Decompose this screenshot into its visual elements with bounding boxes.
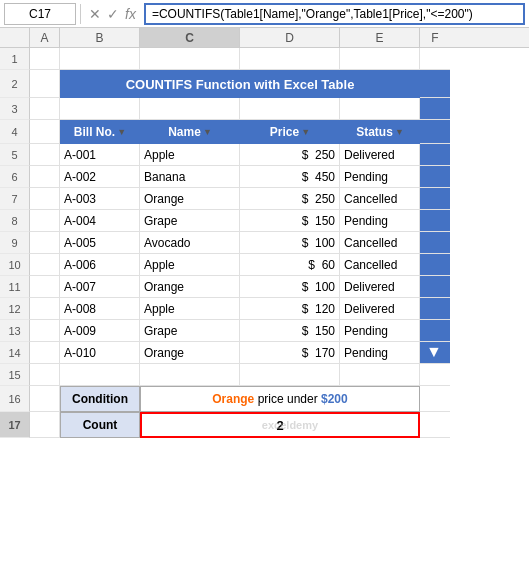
status-dropdown-arrow[interactable]: ▼ <box>395 127 404 137</box>
cell-a3[interactable] <box>30 98 60 120</box>
cell-c6[interactable]: Banana <box>140 166 240 188</box>
cell-e3[interactable] <box>340 98 420 120</box>
cell-a16[interactable] <box>30 386 60 412</box>
col-header-a[interactable]: A <box>30 28 60 47</box>
cell-a11[interactable] <box>30 276 60 298</box>
cell-b13[interactable]: A-009 <box>60 320 140 342</box>
cell-d9[interactable]: $ 100 <box>240 232 340 254</box>
cell-e1[interactable] <box>340 48 420 70</box>
cell-e15[interactable] <box>340 364 420 386</box>
header-status[interactable]: Status ▼ <box>340 120 420 144</box>
cell-c9[interactable]: Avocado <box>140 232 240 254</box>
price-dropdown-arrow[interactable]: ▼ <box>301 127 310 137</box>
cell-c10[interactable]: Apple <box>140 254 240 276</box>
cell-e10[interactable]: Cancelled <box>340 254 420 276</box>
cell-d14[interactable]: $ 170 <box>240 342 340 364</box>
row-num-8: 8 <box>0 210 30 232</box>
count-value-cell[interactable]: 2 exceldemy <box>140 412 420 438</box>
row-num-9: 9 <box>0 232 30 254</box>
cell-d3[interactable] <box>240 98 340 120</box>
cell-a9[interactable] <box>30 232 60 254</box>
row-2: 2 COUNTIFS Function with Excel Table <box>0 70 529 98</box>
cell-a13[interactable] <box>30 320 60 342</box>
cell-d13[interactable]: $ 150 <box>240 320 340 342</box>
cell-a6[interactable] <box>30 166 60 188</box>
cell-b6[interactable]: A-002 <box>60 166 140 188</box>
cell-d6[interactable]: $ 450 <box>240 166 340 188</box>
cell-c7[interactable]: Orange <box>140 188 240 210</box>
header-bill-label: Bill No. <box>74 125 115 139</box>
cell-e8[interactable]: Pending <box>340 210 420 232</box>
cell-b9[interactable]: A-005 <box>60 232 140 254</box>
cell-c13[interactable]: Grape <box>140 320 240 342</box>
formula-input[interactable]: =COUNTIFS(Table1[Name],"Orange",Table1[P… <box>144 3 525 25</box>
cell-b15[interactable] <box>60 364 140 386</box>
col-header-e[interactable]: E <box>340 28 420 47</box>
cell-f14: ▼ <box>420 342 450 364</box>
cell-c14[interactable]: Orange <box>140 342 240 364</box>
cell-b5[interactable]: A-001 <box>60 144 140 166</box>
cell-b8[interactable]: A-004 <box>60 210 140 232</box>
header-bill[interactable]: Bill No. ▼ <box>60 120 140 144</box>
insert-function-icon[interactable]: fx <box>125 6 136 22</box>
cell-c12[interactable]: Apple <box>140 298 240 320</box>
bill-dropdown-arrow[interactable]: ▼ <box>117 127 126 137</box>
cell-a7[interactable] <box>30 188 60 210</box>
row-15: 15 <box>0 364 529 386</box>
cell-b11[interactable]: A-007 <box>60 276 140 298</box>
header-price[interactable]: Price ▼ <box>240 120 340 144</box>
cell-b1[interactable] <box>60 48 140 70</box>
cell-a2[interactable] <box>30 70 60 98</box>
col-header-f[interactable]: F <box>420 28 450 47</box>
cell-e13[interactable]: Pending <box>340 320 420 342</box>
confirm-icon[interactable]: ✓ <box>107 6 119 22</box>
cell-e6[interactable]: Pending <box>340 166 420 188</box>
cell-a12[interactable] <box>30 298 60 320</box>
cell-d5[interactable]: $ 250 <box>240 144 340 166</box>
formula-icons: ✕ ✓ fx <box>85 6 140 22</box>
col-header-c[interactable]: C <box>140 28 240 47</box>
cell-a17[interactable] <box>30 412 60 438</box>
col-header-d[interactable]: D <box>240 28 340 47</box>
col-header-b[interactable]: B <box>60 28 140 47</box>
cell-b12[interactable]: A-008 <box>60 298 140 320</box>
formula-divider <box>80 4 81 24</box>
row-4: 4 Bill No. ▼ Name ▼ Price ▼ Status ▼ <box>0 120 529 144</box>
cell-b14[interactable]: A-010 <box>60 342 140 364</box>
cell-d8[interactable]: $ 150 <box>240 210 340 232</box>
row-num-corner <box>0 28 30 47</box>
cell-d10[interactable]: $ 60 <box>240 254 340 276</box>
cell-a10[interactable] <box>30 254 60 276</box>
cell-b7[interactable]: A-003 <box>60 188 140 210</box>
cell-a14[interactable] <box>30 342 60 364</box>
cell-e9[interactable]: Cancelled <box>340 232 420 254</box>
cell-a5[interactable] <box>30 144 60 166</box>
cell-e14[interactable]: Pending <box>340 342 420 364</box>
cell-e5[interactable]: Delivered <box>340 144 420 166</box>
cell-a4[interactable] <box>30 120 60 144</box>
cell-b10[interactable]: A-006 <box>60 254 140 276</box>
cell-c15[interactable] <box>140 364 240 386</box>
cell-c3[interactable] <box>140 98 240 120</box>
header-name[interactable]: Name ▼ <box>140 120 240 144</box>
cell-e11[interactable]: Delivered <box>340 276 420 298</box>
cell-e12[interactable]: Delivered <box>340 298 420 320</box>
cell-reference-box[interactable] <box>4 3 76 25</box>
cell-d11[interactable]: $ 100 <box>240 276 340 298</box>
cell-d15[interactable] <box>240 364 340 386</box>
cell-e7[interactable]: Cancelled <box>340 188 420 210</box>
cell-a15[interactable] <box>30 364 60 386</box>
cell-a8[interactable] <box>30 210 60 232</box>
row-13: 13 A-009 Grape $ 150 Pending <box>0 320 529 342</box>
cell-c1[interactable] <box>140 48 240 70</box>
cell-d1[interactable] <box>240 48 340 70</box>
cell-a1[interactable] <box>30 48 60 70</box>
cell-c5[interactable]: Apple <box>140 144 240 166</box>
cell-c8[interactable]: Grape <box>140 210 240 232</box>
cell-b3[interactable] <box>60 98 140 120</box>
name-dropdown-arrow[interactable]: ▼ <box>203 127 212 137</box>
cell-d12[interactable]: $ 120 <box>240 298 340 320</box>
cell-d7[interactable]: $ 250 <box>240 188 340 210</box>
cell-c11[interactable]: Orange <box>140 276 240 298</box>
cancel-icon[interactable]: ✕ <box>89 6 101 22</box>
